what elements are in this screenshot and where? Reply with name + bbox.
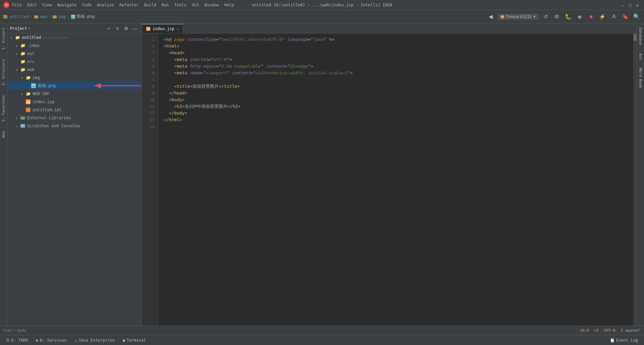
tree-iml[interactable]: iml untitled.iml: [7, 106, 141, 114]
add-button[interactable]: +: [105, 25, 112, 32]
refresh-button[interactable]: ↺: [541, 12, 550, 21]
breadcrumb-web[interactable]: web: [40, 14, 47, 19]
menu-vcs[interactable]: VCS: [192, 3, 199, 7]
tree-out[interactable]: ▶ 📁 out: [7, 50, 141, 58]
menu-analyze[interactable]: Analyze: [97, 3, 114, 7]
bottom-tab-todo[interactable]: ☰ 6: TODO: [3, 336, 32, 345]
stop-button[interactable]: ■: [586, 12, 596, 21]
tree-external-libs[interactable]: ▶ 📚 External Libraries: [7, 114, 141, 122]
folder-icon-img: [52, 14, 57, 19]
menu-tools[interactable]: Tools: [174, 3, 186, 7]
panel-tab-structure[interactable]: Z: Structure: [1, 58, 6, 87]
root-folder-icon: 📁: [15, 35, 20, 40]
tab-indexjsp[interactable]: JSP index.jsp ✕: [142, 24, 183, 33]
tree-indexjsp[interactable]: JSP index.jsp: [7, 98, 141, 106]
idea-folder-icon: 📁: [20, 43, 25, 48]
menu-refactor[interactable]: Refactor: [119, 3, 139, 7]
panel-tab-project[interactable]: 1: Project: [1, 26, 6, 51]
iml-label: untitled.iml: [33, 108, 62, 112]
folder-icon-web: [34, 14, 39, 19]
code-line-9: </head>: [164, 90, 633, 96]
indent-info[interactable]: 2 spaces*: [621, 328, 641, 333]
code-line-5: <meta http-equiv="X-UA-Compatible" conte…: [164, 63, 633, 70]
panel-tab-favorites[interactable]: 2: Favorites: [1, 94, 6, 123]
scroll-thumb[interactable]: [634, 34, 636, 41]
tree-web[interactable]: ▼ 📁 web: [7, 66, 141, 74]
menu-file[interactable]: File: [12, 3, 22, 7]
status-breadcrumb-html[interactable]: html: [3, 328, 12, 333]
breadcrumb-img[interactable]: img: [58, 14, 66, 19]
app-logo: ♦: [3, 2, 9, 8]
bottom-tab-terminal[interactable]: ▣ Terminal: [119, 336, 149, 345]
image-file-icon: [71, 14, 75, 19]
menu-edit[interactable]: Edit: [27, 3, 37, 7]
bottom-tab-services[interactable]: ▶ 8: Services: [33, 336, 70, 345]
collapse-button[interactable]: ≡: [114, 25, 121, 32]
menu-help[interactable]: Help: [224, 3, 234, 7]
svg-rect-12: [31, 83, 36, 88]
title-bar-left: ♦ File Edit View Navigate Code Analyze R…: [3, 2, 234, 8]
panel-tab-web[interactable]: Web: [1, 130, 6, 139]
enterprise-icon: ☕: [74, 338, 77, 343]
back-button[interactable]: ◀: [486, 12, 495, 21]
out-label: out: [27, 51, 35, 56]
menu-window[interactable]: Window: [204, 3, 219, 7]
img-folder-icon: 📁: [25, 75, 31, 80]
settings-panel-button[interactable]: ⚙: [122, 25, 130, 32]
status-breadcrumb-body[interactable]: body: [17, 328, 26, 333]
cursor-position: 10:9: [580, 328, 589, 333]
root-path: D:\untitled: [43, 36, 68, 40]
menu-run[interactable]: Run: [162, 3, 169, 7]
src-label: src: [27, 59, 35, 64]
webinf-folder-icon: 📁: [25, 91, 31, 96]
bottom-tab-enterprise[interactable]: ☕ Java Enterprise: [71, 336, 118, 345]
root-arrow: ▼: [9, 35, 14, 40]
bottom-tab-eventlog[interactable]: 📋 Event Log: [606, 336, 641, 345]
code-line-1: <%@ page contentType="text/html;charset=…: [164, 36, 633, 43]
translate-button[interactable]: A: [609, 12, 619, 21]
settings-button[interactable]: ⚙: [552, 12, 561, 21]
maximize-button[interactable]: ❐: [629, 3, 633, 7]
tomcat-selector[interactable]: 🐱 Tomcat 8.5.31 ▼: [497, 14, 539, 20]
tree-src[interactable]: 📁 src: [7, 58, 141, 66]
code-line-14: [164, 123, 633, 130]
panel-tab-ant[interactable]: Ant: [638, 52, 643, 61]
menu-navigate[interactable]: Navigate: [57, 3, 77, 7]
png-file-icon: [31, 83, 36, 88]
bookmark-button[interactable]: 🔖: [621, 12, 630, 21]
window-title: untitled [D:\untitled] — ...\web\index.j…: [252, 3, 392, 7]
toolbar-actions: ◀ 🐱 Tomcat 8.5.31 ▼ ↺ ⚙ 🐛 ◈ ■ ⚡ A 🔖 🔍: [486, 12, 641, 21]
minimize-panel-button[interactable]: —: [131, 25, 139, 32]
menu-build[interactable]: Build: [144, 3, 156, 7]
menu-code[interactable]: Code: [82, 3, 92, 7]
extlibs-label: External Libraries: [27, 116, 71, 120]
close-button[interactable]: ✕: [636, 3, 641, 7]
breadcrumb-project[interactable]: untitled: [9, 14, 29, 19]
debug-button[interactable]: 🐛: [564, 12, 573, 21]
left-panel-strip: 1: Project Z: Structure 2: Favorites Web: [0, 23, 7, 326]
line-separator[interactable]: LF: [594, 328, 599, 333]
file-encoding[interactable]: UTF-8: [604, 328, 615, 333]
breadcrumb-file[interactable]: 图画.png: [77, 14, 95, 19]
tab-close-button[interactable]: ✕: [176, 26, 179, 31]
web-folder-icon: 📁: [20, 67, 25, 72]
menu-view[interactable]: View: [42, 3, 52, 7]
coverage-button[interactable]: ◈: [575, 12, 584, 21]
project-tree: ▼ 📁 untitled D:\untitled ▶ 📁 .idea ▶ 📁 o…: [7, 33, 141, 326]
scratches-icon: [20, 123, 25, 129]
code-editor[interactable]: <%@ page contentType="text/html;charset=…: [158, 33, 633, 326]
minimize-button[interactable]: —: [621, 3, 626, 7]
tree-image-file[interactable]: 图画.png: [7, 82, 141, 90]
build-button[interactable]: ⚡: [598, 12, 607, 21]
panel-tab-database[interactable]: Database: [638, 26, 643, 47]
tree-idea[interactable]: ▶ 📁 .idea: [7, 42, 141, 50]
svg-rect-7: [71, 15, 75, 19]
search-button[interactable]: 🔍: [632, 12, 641, 21]
toolbar: untitled › web › img › 图画.png ◀ 🐱 Tomcat…: [0, 10, 644, 23]
panel-tab-wordbook[interactable]: Word Book: [638, 67, 643, 89]
tree-root[interactable]: ▼ 📁 untitled D:\untitled: [7, 33, 141, 42]
main-layout: 1: Project Z: Structure 2: Favorites Web…: [0, 23, 644, 326]
tree-scratches[interactable]: ▶ Scratches and Consoles: [7, 122, 141, 130]
svg-text:📚: 📚: [21, 117, 24, 120]
title-bar: ♦ File Edit View Navigate Code Analyze R…: [0, 0, 644, 10]
